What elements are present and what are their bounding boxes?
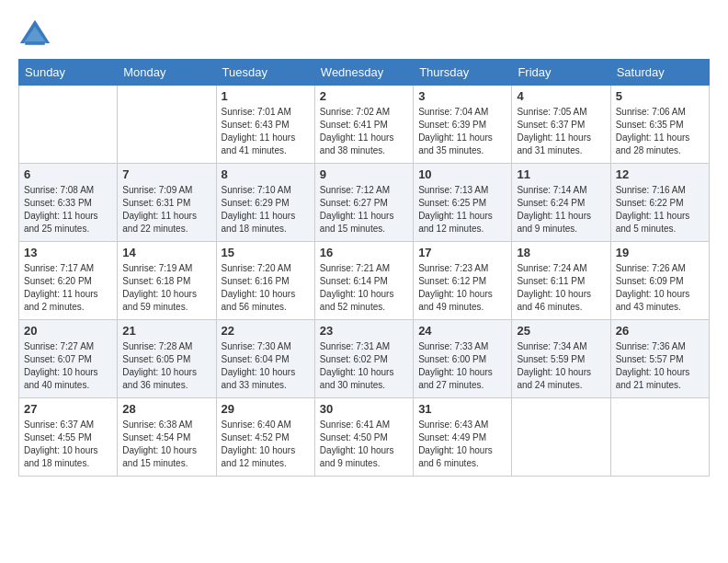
day-info: Sunrise: 7:30 AM Sunset: 6:04 PM Dayligh… [222,340,310,392]
day-cell: 10Sunrise: 7:13 AM Sunset: 6:25 PM Dayli… [414,164,512,242]
day-info: Sunrise: 7:12 AM Sunset: 6:27 PM Dayligh… [320,184,408,236]
day-info: Sunrise: 7:20 AM Sunset: 6:16 PM Dayligh… [222,262,310,314]
day-cell: 24Sunrise: 7:33 AM Sunset: 6:00 PM Dayli… [414,320,512,398]
day-number: 11 [517,167,605,181]
day-cell: 14Sunrise: 7:19 AM Sunset: 6:18 PM Dayli… [118,242,216,320]
day-cell [610,398,709,477]
day-number: 25 [517,324,605,338]
day-cell: 21Sunrise: 7:28 AM Sunset: 6:05 PM Dayli… [118,320,216,398]
day-cell: 6Sunrise: 7:08 AM Sunset: 6:33 PM Daylig… [19,164,118,242]
day-cell: 26Sunrise: 7:36 AM Sunset: 5:57 PM Dayli… [610,320,709,398]
header-cell-monday: Monday [118,60,216,86]
day-cell: 16Sunrise: 7:21 AM Sunset: 6:14 PM Dayli… [314,242,413,320]
day-number: 17 [418,246,506,259]
day-number: 4 [517,89,605,103]
day-number: 18 [517,246,605,259]
day-cell [19,86,118,164]
day-cell: 25Sunrise: 7:34 AM Sunset: 5:59 PM Dayli… [512,320,610,398]
day-info: Sunrise: 6:38 AM Sunset: 4:54 PM Dayligh… [122,419,210,470]
day-info: Sunrise: 7:24 AM Sunset: 6:11 PM Dayligh… [517,262,605,314]
day-cell: 3Sunrise: 7:04 AM Sunset: 6:39 PM Daylig… [414,86,512,164]
day-cell: 13Sunrise: 7:17 AM Sunset: 6:20 PM Dayli… [19,242,118,320]
day-number: 22 [222,324,310,338]
day-cell: 18Sunrise: 7:24 AM Sunset: 6:11 PM Dayli… [512,242,610,320]
day-info: Sunrise: 7:09 AM Sunset: 6:31 PM Dayligh… [122,184,210,236]
day-number: 8 [222,167,310,181]
day-info: Sunrise: 7:33 AM Sunset: 6:00 PM Dayligh… [418,340,506,392]
day-cell: 22Sunrise: 7:30 AM Sunset: 6:04 PM Dayli… [216,320,314,398]
day-info: Sunrise: 6:40 AM Sunset: 4:52 PM Dayligh… [222,419,310,470]
header-cell-friday: Friday [512,60,610,86]
day-cell: 29Sunrise: 6:40 AM Sunset: 4:52 PM Dayli… [216,398,314,477]
day-cell [512,398,610,477]
day-info: Sunrise: 7:05 AM Sunset: 6:37 PM Dayligh… [517,106,605,157]
day-number: 20 [24,324,112,338]
day-number: 31 [418,402,506,416]
header-cell-saturday: Saturday [610,60,709,86]
day-info: Sunrise: 7:19 AM Sunset: 6:18 PM Dayligh… [122,262,210,314]
day-info: Sunrise: 7:04 AM Sunset: 6:39 PM Dayligh… [418,106,506,157]
day-number: 14 [122,246,210,259]
day-number: 29 [222,402,310,416]
page-header [18,18,710,52]
day-cell: 5Sunrise: 7:06 AM Sunset: 6:35 PM Daylig… [610,86,709,164]
calendar-table: SundayMondayTuesdayWednesdayThursdayFrid… [18,59,710,477]
day-cell: 31Sunrise: 6:43 AM Sunset: 4:49 PM Dayli… [414,398,512,477]
week-row-4: 20Sunrise: 7:27 AM Sunset: 6:07 PM Dayli… [19,320,710,398]
day-info: Sunrise: 7:36 AM Sunset: 5:57 PM Dayligh… [616,340,704,392]
day-cell: 27Sunrise: 6:37 AM Sunset: 4:55 PM Dayli… [19,398,118,477]
day-number: 7 [122,167,210,181]
day-cell: 15Sunrise: 7:20 AM Sunset: 6:16 PM Dayli… [216,242,314,320]
day-info: Sunrise: 7:02 AM Sunset: 6:41 PM Dayligh… [320,106,408,157]
day-info: Sunrise: 7:14 AM Sunset: 6:24 PM Dayligh… [517,184,605,236]
day-number: 26 [616,324,704,338]
day-info: Sunrise: 7:16 AM Sunset: 6:22 PM Dayligh… [616,184,704,236]
day-info: Sunrise: 7:23 AM Sunset: 6:12 PM Dayligh… [418,262,506,314]
day-cell: 23Sunrise: 7:31 AM Sunset: 6:02 PM Dayli… [314,320,413,398]
day-cell: 1Sunrise: 7:01 AM Sunset: 6:43 PM Daylig… [216,86,314,164]
day-info: Sunrise: 7:28 AM Sunset: 6:05 PM Dayligh… [122,340,210,392]
day-info: Sunrise: 7:27 AM Sunset: 6:07 PM Dayligh… [24,340,112,392]
calendar-body: 1Sunrise: 7:01 AM Sunset: 6:43 PM Daylig… [19,86,710,477]
header-cell-tuesday: Tuesday [216,60,314,86]
day-number: 1 [222,89,310,103]
day-number: 27 [24,402,112,416]
day-number: 12 [616,167,704,181]
day-info: Sunrise: 7:10 AM Sunset: 6:29 PM Dayligh… [222,184,310,236]
day-number: 16 [320,246,408,259]
day-number: 15 [222,246,310,259]
day-number: 23 [320,324,408,338]
day-cell: 19Sunrise: 7:26 AM Sunset: 6:09 PM Dayli… [610,242,709,320]
day-cell: 20Sunrise: 7:27 AM Sunset: 6:07 PM Dayli… [19,320,118,398]
calendar-header: SundayMondayTuesdayWednesdayThursdayFrid… [19,60,710,86]
day-info: Sunrise: 6:41 AM Sunset: 4:50 PM Dayligh… [320,419,408,470]
day-info: Sunrise: 7:06 AM Sunset: 6:35 PM Dayligh… [616,106,704,157]
day-cell [118,86,216,164]
day-info: Sunrise: 7:01 AM Sunset: 6:43 PM Dayligh… [222,106,310,157]
day-cell: 2Sunrise: 7:02 AM Sunset: 6:41 PM Daylig… [314,86,413,164]
day-cell: 30Sunrise: 6:41 AM Sunset: 4:50 PM Dayli… [314,398,413,477]
day-cell: 11Sunrise: 7:14 AM Sunset: 6:24 PM Dayli… [512,164,610,242]
day-number: 10 [418,167,506,181]
day-number: 3 [418,89,506,103]
day-info: Sunrise: 6:43 AM Sunset: 4:49 PM Dayligh… [418,419,506,470]
week-row-5: 27Sunrise: 6:37 AM Sunset: 4:55 PM Dayli… [19,398,710,477]
week-row-2: 6Sunrise: 7:08 AM Sunset: 6:33 PM Daylig… [19,164,710,242]
day-number: 9 [320,167,408,181]
day-number: 19 [616,246,704,259]
day-info: Sunrise: 7:31 AM Sunset: 6:02 PM Dayligh… [320,340,408,392]
day-number: 28 [122,402,210,416]
day-number: 13 [24,246,112,259]
day-info: Sunrise: 6:37 AM Sunset: 4:55 PM Dayligh… [24,419,112,470]
logo-icon [18,18,51,52]
week-row-1: 1Sunrise: 7:01 AM Sunset: 6:43 PM Daylig… [19,86,710,164]
day-cell: 17Sunrise: 7:23 AM Sunset: 6:12 PM Dayli… [414,242,512,320]
week-row-3: 13Sunrise: 7:17 AM Sunset: 6:20 PM Dayli… [19,242,710,320]
day-cell: 7Sunrise: 7:09 AM Sunset: 6:31 PM Daylig… [118,164,216,242]
day-cell: 4Sunrise: 7:05 AM Sunset: 6:37 PM Daylig… [512,86,610,164]
day-cell: 12Sunrise: 7:16 AM Sunset: 6:22 PM Dayli… [610,164,709,242]
day-info: Sunrise: 7:26 AM Sunset: 6:09 PM Dayligh… [616,262,704,314]
day-number: 24 [418,324,506,338]
day-info: Sunrise: 7:17 AM Sunset: 6:20 PM Dayligh… [24,262,112,314]
svg-rect-2 [25,41,45,45]
